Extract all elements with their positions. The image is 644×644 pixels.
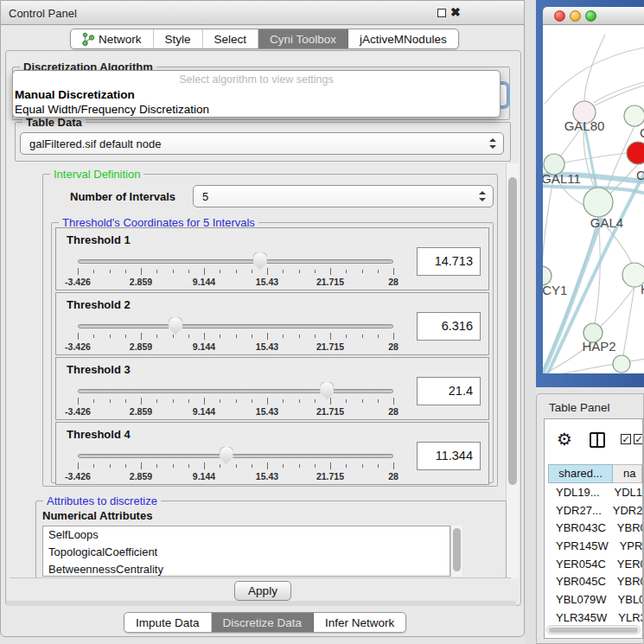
- float-window-icon[interactable]: [437, 9, 446, 17]
- tab-jactivemnodules[interactable]: jActiveMNodules: [348, 29, 458, 48]
- network-edge[interactable]: [595, 85, 644, 105]
- column-header-name[interactable]: na: [613, 464, 642, 483]
- threshold-2-value-field[interactable]: 6.316: [417, 312, 481, 341]
- list-item[interactable]: SelfLoops: [43, 526, 450, 544]
- threshold-4-value-field[interactable]: 11.344: [417, 442, 481, 470]
- table-row[interactable]: YLR345WYLR3: [548, 609, 642, 622]
- table-cell[interactable]: YER054C: [548, 558, 606, 571]
- threshold-4-slider[interactable]: -3.4262.8599.14415.4321.71528: [78, 454, 393, 483]
- network-window-titlebar[interactable]: [543, 7, 644, 25]
- table-cell[interactable]: YPR1: [609, 539, 642, 552]
- gear-icon[interactable]: ⚙: [557, 429, 572, 450]
- tab-discretize-data[interactable]: Discretize Data: [212, 613, 315, 632]
- network-node[interactable]: [624, 105, 644, 126]
- network-edge[interactable]: [623, 287, 634, 355]
- network-node[interactable]: [627, 142, 644, 164]
- table-cell[interactable]: YBL0: [607, 593, 642, 606]
- threshold-1-value-field[interactable]: 14.713: [417, 247, 481, 276]
- close-window-icon[interactable]: ✖: [450, 5, 461, 19]
- table-cell[interactable]: YER0: [606, 558, 642, 571]
- content-scrollbar-thumb[interactable]: [508, 177, 517, 485]
- slider-ticks: [78, 398, 393, 405]
- table-row[interactable]: YER054CYER0: [548, 555, 642, 573]
- tab-select[interactable]: Select: [203, 29, 259, 48]
- tick-mark: [330, 398, 331, 405]
- slider-thumb[interactable]: [320, 382, 334, 399]
- network-node-label: HAP2: [582, 339, 615, 354]
- num-intervals-combo[interactable]: 5: [193, 185, 494, 207]
- table-row[interactable]: YBR043CYBR0: [548, 519, 642, 537]
- tab-style[interactable]: Style: [154, 29, 203, 48]
- tick-mark: [141, 398, 142, 405]
- tab-discretize-data-label: Discretize Data: [223, 616, 303, 629]
- network-node-label: GAL11: [543, 171, 581, 186]
- table-cell[interactable]: YLR3: [607, 611, 642, 622]
- column-header-shared-name[interactable]: shared...: [548, 464, 613, 483]
- tab-infer-network[interactable]: Infer Network: [314, 613, 405, 632]
- table-cell[interactable]: YDL1: [603, 486, 642, 499]
- tab-impute-data[interactable]: Impute Data: [124, 613, 212, 632]
- threshold-2-slider[interactable]: -3.4262.8599.14415.4321.71528: [78, 324, 393, 354]
- threshold-1-slider[interactable]: -3.4262.8599.14415.4321.71528: [78, 259, 393, 289]
- slider-thumb[interactable]: [220, 447, 233, 464]
- list-item[interactable]: TopologicalCoefficient: [43, 544, 450, 561]
- tick-mark: [267, 462, 268, 469]
- slider-track[interactable]: [78, 454, 393, 458]
- slider-track[interactable]: [78, 324, 393, 328]
- tab-cyni-toolbox[interactable]: Cyni Toolbox: [258, 29, 348, 48]
- table-horizontal-scrollbar[interactable]: [546, 625, 641, 634]
- zoom-traffic-light-icon[interactable]: [585, 10, 596, 22]
- table-row[interactable]: YBL079WYBL0: [548, 590, 642, 609]
- threshold-3-value-field[interactable]: 21.4: [417, 377, 481, 405]
- threshold-3-slider[interactable]: -3.4262.8599.14415.4321.71528: [78, 389, 393, 418]
- network-edge[interactable]: [564, 153, 627, 163]
- tick-mark: [236, 270, 237, 273]
- apply-button[interactable]: Apply: [234, 581, 291, 601]
- table-data-combo[interactable]: galFiltered.sif default node: [20, 132, 504, 155]
- slider-track[interactable]: [78, 259, 393, 264]
- table-row[interactable]: YBR045CYBR0: [548, 572, 642, 590]
- slider-track[interactable]: [78, 389, 393, 393]
- attributes-list-scrollbar-thumb[interactable]: [453, 528, 461, 571]
- table-cell[interactable]: YBR043C: [548, 521, 606, 534]
- slider-thumb[interactable]: [253, 252, 267, 270]
- table-horizontal-scrollbar-thumb[interactable]: [549, 628, 638, 633]
- network-node[interactable]: [583, 188, 613, 217]
- network-node[interactable]: [613, 355, 630, 373]
- close-traffic-light-icon[interactable]: [554, 10, 565, 22]
- slider-thumb[interactable]: [169, 317, 182, 335]
- minimize-traffic-light-icon[interactable]: [570, 10, 581, 22]
- interval-definition-group-label: Interval Definition: [50, 168, 143, 181]
- table-row[interactable]: YDL19...YDL1: [548, 483, 642, 501]
- table-row[interactable]: YPR145WYPR1: [548, 537, 642, 555]
- network-edge[interactable]: [543, 175, 554, 266]
- attributes-list-scrollbar[interactable]: [450, 526, 462, 577]
- content-scrollbar[interactable]: [506, 163, 519, 578]
- tick-mark: [346, 270, 347, 273]
- menu-item-manual-discretization[interactable]: Manual Discretization: [15, 88, 135, 101]
- table-cell[interactable]: YDR2: [602, 504, 642, 517]
- table-cell[interactable]: YPR145W: [548, 539, 609, 552]
- checkbox-icon[interactable]: ✓: [621, 434, 631, 444]
- menu-item-equal-width-frequency[interactable]: Equal Width/Frequency Discretization: [15, 103, 209, 116]
- numerical-attributes-list[interactable]: SelfLoopsTopologicalCoefficientBetweenne…: [42, 526, 450, 577]
- table-cell[interactable]: YDL19...: [548, 486, 603, 499]
- table-cell[interactable]: YBL079W: [548, 593, 607, 606]
- tick-mark: [141, 333, 142, 340]
- table-cell[interactable]: YBR0: [606, 521, 642, 534]
- columns-icon[interactable]: [590, 432, 605, 448]
- table-cell[interactable]: YLR345W: [548, 611, 607, 622]
- tab-network[interactable]: Network: [71, 29, 154, 48]
- network-edge[interactable]: [545, 48, 644, 104]
- table-body[interactable]: YDL19...YDL1YDR27...YDR2YBR043CYBR0YPR14…: [548, 483, 642, 622]
- control-panel-titlebar[interactable]: Control Panel ✖: [1, 1, 524, 25]
- checkbox-icon[interactable]: ✓: [634, 434, 643, 444]
- table-row[interactable]: YDR27...YDR2: [548, 501, 642, 520]
- network-edge[interactable]: [594, 82, 644, 103]
- network-canvas[interactable]: GAL80G.CGAL11GAL4GCY1HHAP2: [543, 25, 644, 373]
- table-cell[interactable]: YDR27...: [548, 504, 602, 517]
- table-cell[interactable]: YBR0: [606, 575, 642, 588]
- network-edge[interactable]: [584, 124, 596, 188]
- list-item[interactable]: BetweennessCentrality: [43, 561, 450, 577]
- table-cell[interactable]: YBR045C: [548, 575, 606, 588]
